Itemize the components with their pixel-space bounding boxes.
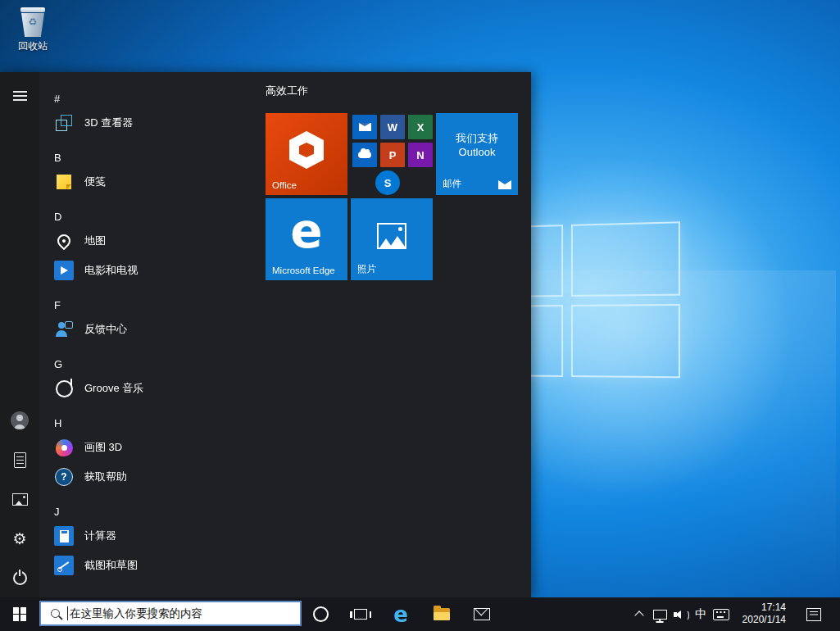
mail-icon [359, 123, 371, 131]
app-item-label: 计算器 [84, 529, 116, 543]
user-account-button[interactable] [0, 401, 39, 440]
mail-envelope-icon [474, 608, 490, 620]
app-section-hash[interactable]: # [54, 89, 243, 108]
app-section-d[interactable]: D [54, 207, 243, 226]
edge-taskbar-button[interactable]: e [382, 597, 420, 631]
onenote-small-tile[interactable]: N [408, 143, 433, 167]
section-letter: G [54, 358, 62, 370]
ime-keyboard-button[interactable] [710, 597, 733, 631]
speaker-icon [674, 609, 688, 620]
power-button[interactable] [0, 558, 39, 597]
small-tile-letter: N [416, 149, 424, 161]
mail-envelope-icon [498, 180, 511, 189]
start-menu-app-list: # 3D 查看器 B 便笺 D 地图 电影和电视 F 反馈中心 [39, 72, 266, 597]
windows-logo-pane [571, 221, 680, 297]
app-item-sticky-notes[interactable]: 便笺 [52, 167, 254, 197]
office-logo-icon [289, 131, 324, 169]
section-letter: # [54, 93, 60, 105]
tray-overflow-button[interactable] [629, 597, 649, 631]
app-item-movies-tv[interactable]: 电影和电视 [52, 256, 254, 285]
hamburger-icon [13, 89, 27, 103]
app-item-label: 截图和草图 [84, 558, 138, 573]
tile-label: 邮件 [443, 178, 461, 190]
section-letter: J [54, 506, 60, 518]
desktop: ♻ 回收站 ⚙ # [0, 0, 840, 631]
app-item-paint-3d[interactable]: 画图 3D [52, 433, 254, 462]
volume-button[interactable] [670, 597, 692, 631]
small-tile-letter: X [417, 121, 425, 134]
app-item-calculator[interactable]: 计算器 [52, 521, 254, 551]
app-item-groove-music[interactable]: Groove 音乐 [52, 374, 254, 403]
app-item-snip-sketch[interactable]: 截图和草图 [52, 551, 254, 580]
ime-language-button[interactable]: 中 [692, 597, 710, 631]
cortana-button[interactable] [302, 597, 339, 631]
clock-time: 17:14 [742, 601, 786, 614]
start-menu: ⚙ # 3D 查看器 B 便笺 D 地图 [0, 72, 531, 597]
network-status-button[interactable] [649, 597, 670, 631]
recycle-bin-shortcut[interactable]: ♻ 回收站 [11, 7, 54, 53]
edge-logo-icon: e [266, 205, 347, 257]
powerpoint-small-tile[interactable]: P [380, 143, 405, 167]
app-item-label: 便笺 [84, 175, 106, 189]
mail-taskbar-button[interactable] [463, 597, 501, 631]
action-center-button[interactable] [799, 597, 829, 631]
start-button[interactable] [0, 597, 39, 631]
app-section-h[interactable]: H [54, 413, 243, 433]
groove-music-icon [56, 380, 73, 397]
app-section-g[interactable]: G [54, 354, 243, 374]
microsoft-edge-tile[interactable]: e Microsoft Edge [266, 198, 347, 280]
app-section-j[interactable]: J [54, 502, 243, 521]
recycle-bin-icon: ♻ [20, 7, 46, 38]
small-tile-letter: W [388, 121, 397, 134]
app-section-f[interactable]: F [54, 295, 243, 315]
onedrive-small-tile[interactable] [352, 143, 377, 167]
recycle-bin-label: 回收站 [11, 39, 54, 53]
clock[interactable]: 17:14 2020/1/14 [742, 601, 786, 626]
photos-tile[interactable]: 照片 [351, 198, 433, 280]
windows-logo-icon [13, 607, 27, 621]
pictures-button[interactable] [0, 479, 39, 519]
skype-small-tile[interactable]: S [375, 170, 400, 195]
onedrive-cloud-icon [358, 152, 371, 158]
office-tile[interactable]: Office [266, 113, 347, 195]
app-item-label: Groove 音乐 [84, 381, 143, 396]
section-letter: F [54, 299, 61, 311]
app-section-b[interactable]: B [54, 148, 243, 167]
sticky-notes-icon [57, 175, 71, 189]
app-item-get-help[interactable]: 获取帮助 [52, 462, 254, 492]
paint-3d-icon [56, 439, 73, 456]
power-icon [13, 571, 27, 585]
taskbar: 在这里输入你要搜索的内容 e 中 [0, 597, 840, 631]
calculator-icon [54, 526, 74, 546]
task-view-icon [354, 609, 367, 620]
cortana-icon [313, 606, 329, 622]
mail-small-tile[interactable] [352, 115, 377, 139]
task-view-button[interactable] [342, 597, 379, 631]
documents-button[interactable] [0, 440, 39, 479]
outlook-mail-tile[interactable]: 我们支持 Outlook 邮件 [436, 113, 518, 195]
get-help-icon [55, 468, 73, 486]
file-explorer-button[interactable] [423, 597, 461, 631]
app-item-maps[interactable]: 地图 [52, 226, 254, 256]
snip-sketch-icon [54, 556, 74, 575]
tile-group-header[interactable]: 高效工作 [266, 84, 308, 98]
start-menu-rail: ⚙ [0, 72, 39, 597]
excel-small-tile[interactable]: X [408, 115, 433, 139]
app-item-label: 画图 3D [84, 440, 122, 455]
action-center-icon [806, 608, 821, 621]
network-icon [653, 610, 667, 620]
photos-icon [377, 223, 406, 249]
search-icon [51, 609, 60, 618]
app-item-3d-viewer[interactable]: 3D 查看器 [52, 108, 254, 138]
app-item-feedback-hub[interactable]: 反馈中心 [52, 315, 254, 344]
settings-button[interactable]: ⚙ [0, 519, 39, 558]
app-item-label: 地图 [84, 234, 106, 248]
small-tile-letter: P [389, 149, 397, 161]
taskbar-search-box[interactable]: 在这里输入你要搜索的内容 [39, 601, 302, 626]
expand-menu-button[interactable] [0, 76, 39, 116]
app-item-label: 3D 查看器 [84, 116, 133, 130]
keyboard-icon [713, 609, 729, 620]
word-small-tile[interactable]: W [380, 115, 405, 139]
section-letter: B [54, 152, 61, 164]
ime-language-indicator: 中 [695, 607, 706, 622]
